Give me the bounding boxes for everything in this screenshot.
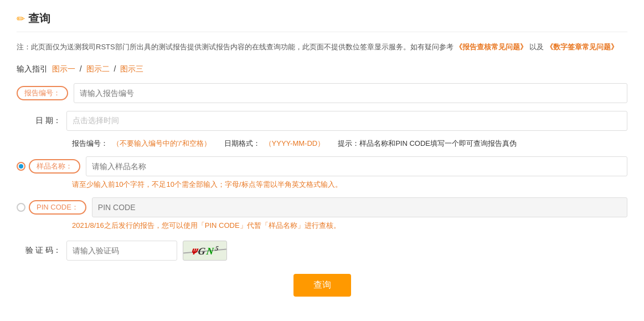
verify-label: 验 证 码： [17, 246, 66, 256]
guide-link2[interactable]: 图示二 [86, 64, 110, 73]
guide-link3[interactable]: 图示三 [120, 64, 143, 73]
notice-link2[interactable]: 《数字签章常见问题》 [546, 43, 618, 51]
title-row: ✏ 查询 [17, 11, 627, 32]
date-label: 日 期： [17, 116, 66, 126]
hint-tip: 提示：样品名称和PIN CODE填写一个即可查询报告真伪 [338, 139, 517, 149]
pin-row: PIN CODE： [17, 197, 627, 217]
notice-text: 注：此页面仅为送测我司RSTS部门所出具的测试报告提供测试报告内容的在线查询功能… [17, 41, 627, 53]
submit-button[interactable]: 查询 [293, 274, 351, 297]
date-row: 日 期： 点击选择时间 [17, 111, 627, 131]
guide-row: 输入指引 图示一 / 图示二 / 图示三 [17, 64, 627, 74]
hint-no-slash: （不要输入编号中的'/'和空格） [112, 139, 211, 149]
pin-note: 2021/8/16之后发行的报告，您可以使用「PIN CODE」代暂「样品名称」… [17, 221, 627, 231]
sample-label: 样品名称： [29, 159, 80, 174]
sample-row: 样品名称： [17, 156, 627, 176]
sample-warning: 请至少输入前10个字符，不足10个需全部输入；字母/标点等需以半角英文格式输入。 [17, 180, 627, 190]
captcha-image[interactable]: ᴪGN5 [183, 241, 227, 261]
report-label: 报告编号： [17, 86, 68, 100]
date-picker[interactable]: 点击选择时间 [66, 111, 627, 131]
pin-label: PIN CODE： [29, 200, 86, 215]
guide-link1[interactable]: 图示一 [52, 64, 75, 73]
hint-report-label: 报告编号： [72, 139, 108, 149]
captcha-text: ᴪGN5 [190, 244, 220, 257]
pin-input[interactable] [92, 197, 627, 217]
pencil-icon: ✏ [17, 13, 25, 25]
report-input[interactable] [74, 83, 627, 103]
notice-prefix: 注：此页面仅为送测我司RSTS部门所出具的测试报告提供测试报告内容的在线查询功能… [17, 43, 454, 51]
submit-row: 查询 [17, 274, 627, 297]
notice-middle: 以及 [529, 43, 544, 51]
pin-radio[interactable] [17, 203, 25, 212]
sample-radio[interactable] [17, 162, 25, 171]
hint-date-format-label: 日期格式： [224, 139, 260, 149]
page-title: 查询 [28, 11, 50, 26]
hint-row: 报告编号： （不要输入编号中的'/'和空格） 日期格式： （YYYY-MM-DD… [17, 139, 627, 149]
verify-input[interactable] [66, 241, 177, 261]
hint-date-value: （YYYY-MM-DD） [265, 139, 325, 149]
report-label-wrap: 报告编号： [17, 86, 74, 100]
verify-row: 验 证 码： ᴪGN5 [17, 241, 627, 261]
report-row: 报告编号： [17, 83, 627, 103]
sample-input[interactable] [86, 156, 627, 176]
guide-label: 输入指引 [17, 64, 48, 73]
date-placeholder-text: 点击选择时间 [73, 116, 119, 126]
page-container: ✏ 查询 注：此页面仅为送测我司RSTS部门所出具的测试报告提供测试报告内容的在… [0, 0, 644, 319]
notice-link1[interactable]: 《报告查核常见问题》 [455, 43, 527, 51]
